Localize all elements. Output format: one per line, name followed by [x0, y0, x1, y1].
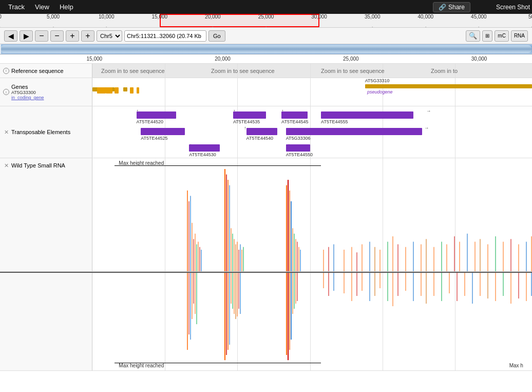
ref-seq-track: i Reference sequence Zoom in to see sequ…	[0, 64, 532, 78]
genes-content: AT5G33310 pseudogene	[92, 78, 532, 106]
te-44545b-label: AT5G33306	[286, 136, 311, 141]
te-icon[interactable]: ✕	[3, 129, 9, 135]
share-button[interactable]: 🔗 Share	[433, 2, 470, 12]
bottom-track: Max height reached Max h	[0, 272, 532, 371]
te-44545	[281, 111, 308, 119]
te-44550	[286, 144, 310, 152]
chromosome-highlight	[0, 44, 1, 54]
at5g33310-block	[365, 84, 532, 88]
max-height-label-right: Max h	[509, 363, 523, 368]
te-44545-label: AT5TE44545	[281, 119, 308, 124]
ruler2-tick-25000: 25,000	[343, 56, 359, 62]
arrow-44545b: →	[424, 125, 429, 130]
back-button[interactable]: ◀	[4, 30, 17, 42]
go-button[interactable]: Go	[208, 30, 225, 42]
genes-icon: i	[3, 89, 9, 95]
forward-button[interactable]: ▶	[20, 30, 33, 42]
ref-seq-content: Zoom in to see sequence Zoom in to see s…	[92, 64, 532, 78]
ruler-tick-15000: 15,000	[152, 14, 168, 27]
te-44555-label: AT5TE44555	[321, 119, 348, 124]
ruler-tick-40000: 40,000	[418, 14, 434, 27]
max-height-label-bottom: Max height reached	[119, 363, 164, 368]
ruler2-tick-20000: 20,000	[215, 56, 231, 62]
genes-vgrid-1	[165, 78, 165, 106]
ref-seq-icon: i	[3, 68, 9, 74]
gene-block-3	[106, 87, 112, 94]
te-vgrid-5	[455, 106, 455, 158]
gene-block-7	[137, 87, 139, 94]
te-44535-label: AT5TE44535	[233, 119, 260, 124]
te-44525	[141, 128, 185, 135]
srna-label: ✕ Wild Type Small RNA	[0, 158, 92, 271]
genes-vgrid-3	[310, 78, 311, 106]
te-44540	[246, 128, 277, 135]
zoom-in2-button[interactable]: +	[81, 30, 94, 42]
te-44520-label: AT5TE44520	[137, 119, 163, 124]
in-coding-gene-link[interactable]: in_coding_gene	[11, 95, 44, 100]
srna-icon[interactable]: ✕	[3, 162, 9, 169]
zoom-out2-button[interactable]: −	[50, 30, 64, 42]
coordinate-input[interactable]	[124, 30, 206, 42]
ruler-tick-0: 0	[0, 14, 2, 27]
vgrid-1	[165, 64, 165, 78]
at5g33310-label: AT5G33310	[365, 78, 390, 83]
zoom-in-button[interactable]: +	[66, 30, 79, 42]
te-44540-label: AT5TE44540	[246, 136, 273, 141]
genes-track: i Genes AT5G33300 in_coding_gene A	[0, 78, 532, 106]
chromosome-select[interactable]: Chr5	[97, 30, 122, 42]
arrow-44555: →	[426, 108, 431, 114]
gene-block-4	[115, 87, 119, 94]
toolbar: ◀ ▶ − − + + Chr5 Go 🔍 ⊞ mC RNA	[0, 28, 532, 44]
vgrid-3	[310, 64, 311, 78]
menu-bar: Track View Help 🔗 Share Screen Shot	[0, 0, 532, 14]
help-menu[interactable]: Help	[54, 1, 79, 13]
genes-label: i Genes AT5G33300 in_coding_gene	[0, 78, 92, 106]
ruler-tick-35000: 35,000	[365, 14, 381, 27]
ruler-tick-25000: 25,000	[258, 14, 274, 27]
track-menu[interactable]: Track	[3, 1, 30, 13]
te-44535	[233, 111, 266, 119]
srna-track: ✕ Wild Type Small RNA Max height reached	[0, 158, 532, 272]
te-44530	[189, 144, 220, 152]
rna-button[interactable]: RNA	[511, 30, 528, 42]
ruler-tick-50000: 50,	[528, 14, 532, 27]
ruler-tick-10000: 10,000	[99, 14, 115, 27]
zoom-out-button[interactable]: −	[35, 30, 48, 42]
genes-vgrid-5	[455, 78, 455, 106]
te-44520	[137, 111, 176, 119]
zoom-msg-4: Zoom in to	[431, 68, 458, 74]
genes-title: Genes	[11, 84, 44, 90]
add-track-button[interactable]: ⊞	[482, 30, 492, 42]
srna-content: Max height reached	[92, 158, 532, 271]
te-44545b	[286, 128, 422, 135]
search-track-button[interactable]: 🔍	[466, 30, 480, 42]
ruler-tick-20000: 20,000	[205, 14, 221, 27]
tracks-container: i Reference sequence Zoom in to see sequ…	[0, 64, 532, 371]
chromosome-arc	[0, 44, 532, 54]
mc-button[interactable]: mC	[495, 30, 509, 42]
ruler-selection	[160, 14, 319, 27]
ruler-tick-5000: 5,000	[47, 14, 60, 27]
srna-chart-upper	[92, 158, 532, 271]
gene-block-2	[97, 87, 106, 94]
zoom-msg-2: Zoom in to see sequence	[211, 68, 275, 74]
bottom-track-content: Max height reached Max h	[92, 273, 532, 370]
ruler2-tick-15000: 15,000	[86, 56, 102, 62]
ref-seq-label: i Reference sequence	[0, 64, 92, 78]
share-icon: 🔗	[439, 4, 446, 11]
gene-block-6	[130, 87, 134, 94]
chromosome-arc-inner	[0, 45, 532, 53]
srna-chart-lower	[92, 273, 532, 370]
gene-block-5	[123, 87, 128, 91]
te-track: ✕ Transposable Elements ↑ AT5TE44520 ↑ A…	[0, 106, 532, 158]
zoom-msg-3: Zoom in to see sequence	[321, 68, 385, 74]
genes-vgrid-2	[237, 78, 238, 106]
view-menu[interactable]: View	[30, 1, 54, 13]
screenshot-button[interactable]: Screen Shot	[496, 4, 530, 11]
te-44530-label: AT5TE44530	[189, 152, 216, 157]
at5g33300-label: AT5G33300	[11, 90, 44, 95]
zoom-msg-1: Zoom in to see sequence	[101, 68, 165, 74]
te-44550-label: AT5TE44550	[286, 152, 313, 157]
ruler-tick-30000: 30,000	[311, 14, 327, 27]
te-44555	[321, 111, 413, 119]
